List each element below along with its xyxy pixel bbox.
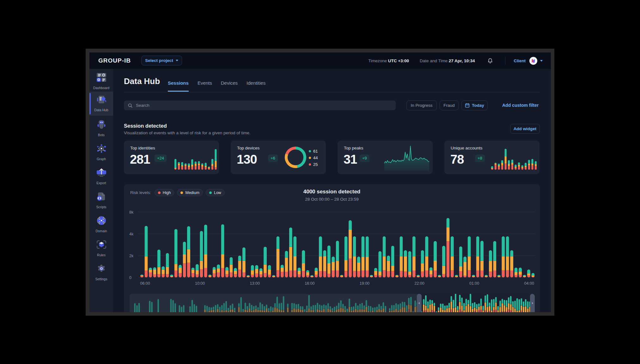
chart-bar[interactable] [221, 224, 224, 277]
chart-bar[interactable] [489, 250, 492, 277]
client-avatar[interactable] [529, 57, 537, 65]
add-widget-button[interactable]: Add widget [510, 124, 540, 134]
chart-bar[interactable] [434, 241, 437, 277]
chart-bar[interactable] [417, 275, 420, 277]
sidebar-item-dashboard[interactable]: Dashboard [89, 70, 113, 94]
chart-bar[interactable] [319, 236, 322, 277]
chart-bar[interactable] [179, 265, 182, 277]
chart-bar[interactable] [323, 250, 326, 277]
chart-bar[interactable] [285, 251, 288, 277]
chart-bar[interactable] [327, 246, 331, 277]
chart-bar[interactable] [306, 270, 309, 277]
chart-bar[interactable] [430, 267, 433, 277]
chart-bar[interactable] [463, 257, 466, 277]
chart-bar[interactable] [314, 268, 318, 277]
client-chevron-down-icon[interactable] [540, 60, 543, 62]
chart-bar[interactable] [395, 275, 399, 277]
chart-bar[interactable] [255, 265, 258, 277]
today-filter-button[interactable]: Today [461, 100, 488, 110]
chart-bar[interactable] [515, 268, 518, 277]
chart-bar[interactable] [438, 275, 441, 277]
sidebar-item-domain[interactable]: Domain [89, 213, 113, 237]
chart-bar[interactable] [519, 268, 522, 277]
chart-bar[interactable] [476, 236, 479, 277]
chart-bar[interactable] [166, 253, 169, 277]
chart-bar[interactable] [472, 275, 475, 277]
chart-bar[interactable] [366, 236, 369, 277]
chart-bar[interactable] [480, 241, 484, 277]
chart-bar[interactable] [442, 246, 445, 277]
chart-bar[interactable] [399, 236, 403, 277]
chart-bar[interactable] [332, 257, 335, 277]
chart-bar[interactable] [191, 268, 194, 277]
chart-bar[interactable] [425, 236, 428, 277]
sidebar-item-rules[interactable]: Rules [89, 237, 113, 261]
chart-bar[interactable] [140, 275, 143, 277]
sidebar-item-bots[interactable]: Bots [89, 117, 113, 141]
chart-bar[interactable] [523, 275, 526, 277]
select-project-button[interactable]: Select project [141, 56, 182, 65]
chart-bar[interactable] [200, 231, 203, 277]
chart-bar[interactable] [421, 250, 424, 277]
chart-bar[interactable] [510, 250, 513, 277]
navigator-left-handle[interactable]: ‹ [417, 294, 422, 312]
chart-bar[interactable] [272, 275, 275, 277]
chart-bar[interactable] [357, 257, 360, 277]
sidebar-item-data-hub[interactable]: Data Hub [89, 92, 113, 116]
navigator-right-handle[interactable]: › [530, 294, 535, 312]
sidebar-item-export[interactable]: Export [89, 165, 113, 189]
chart-bar[interactable] [451, 236, 454, 277]
tab-sessions[interactable]: Sessions [168, 80, 189, 92]
chart-bar[interactable] [383, 236, 386, 277]
chart-bar[interactable] [506, 236, 509, 277]
chart-bar[interactable] [493, 241, 496, 277]
bell-icon[interactable] [487, 58, 493, 64]
chart-bar[interactable] [387, 256, 390, 277]
chart-bar[interactable] [404, 250, 407, 277]
chart-bar[interactable] [259, 268, 263, 277]
chart-bar[interactable] [485, 275, 488, 277]
chart-bar[interactable] [187, 226, 190, 277]
chart-bar[interactable] [276, 236, 279, 277]
chart-bar[interactable] [247, 275, 250, 277]
chart-bar[interactable] [144, 226, 148, 277]
chart-bar[interactable] [264, 247, 267, 277]
chart-bar[interactable] [281, 265, 284, 277]
chart-bar[interactable] [293, 236, 296, 277]
chart-bar[interactable] [149, 268, 152, 277]
chart-bar[interactable] [336, 241, 339, 277]
chart-bar[interactable] [361, 236, 364, 277]
chart-bar[interactable] [251, 265, 254, 277]
sidebar-item-settings[interactable]: Settings [89, 261, 113, 285]
chart-bar[interactable] [391, 246, 394, 277]
chart-bar[interactable] [340, 275, 343, 277]
chart-bar[interactable] [459, 246, 462, 277]
chart-bar[interactable] [408, 251, 411, 277]
chart-bar[interactable] [289, 228, 292, 277]
chart-bar[interactable] [468, 236, 471, 277]
chart-bar[interactable] [225, 267, 229, 277]
chart-bar[interactable] [302, 250, 305, 277]
chart-bar[interactable] [344, 236, 348, 277]
chart-bar[interactable] [446, 218, 449, 277]
chart-bar[interactable] [412, 236, 416, 277]
chart-bar[interactable] [374, 268, 377, 277]
chart-bar[interactable] [229, 257, 233, 277]
chart-bar[interactable] [527, 270, 530, 277]
chart-bar[interactable] [268, 265, 271, 277]
in-progress-filter-button[interactable]: In Progress [406, 100, 437, 110]
fraud-filter-button[interactable]: Fraud [440, 100, 459, 110]
chart-bar[interactable] [183, 242, 186, 277]
chart-bar[interactable] [208, 275, 211, 277]
chart-bar[interactable] [310, 275, 314, 277]
chart-bar[interactable] [234, 268, 237, 277]
chart-bar[interactable] [378, 251, 381, 277]
chart-bar[interactable] [204, 225, 207, 277]
chart-bar[interactable] [531, 273, 534, 277]
sidebar-item-graph[interactable]: Graph [89, 141, 113, 165]
chart-bar[interactable] [153, 267, 156, 277]
chart-bar[interactable] [349, 220, 352, 277]
chart-bar[interactable] [217, 264, 220, 277]
chart-bar[interactable] [298, 268, 301, 277]
chart-bar[interactable] [455, 275, 458, 277]
